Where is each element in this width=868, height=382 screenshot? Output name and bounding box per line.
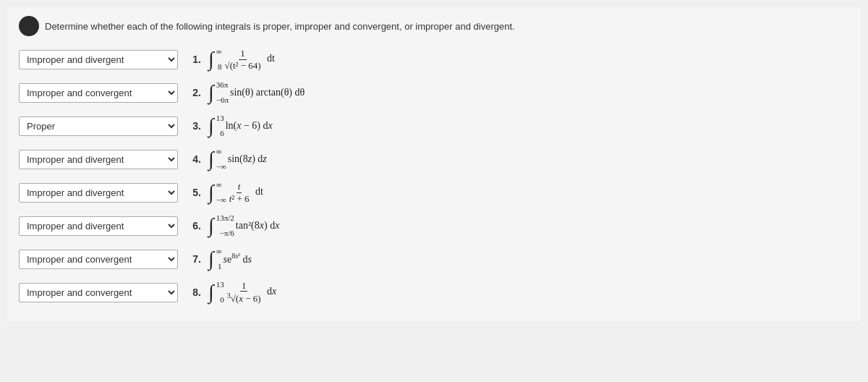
main-container: Determine whether each of the following …	[7, 7, 861, 321]
problem-number-1: 1.	[185, 54, 201, 65]
problem-number-8: 8.	[185, 286, 201, 298]
integral-symbol-2: ∫	[208, 82, 214, 103]
dropdown-wrapper-8: Proper Improper and convergent Improper …	[19, 283, 178, 302]
integral-symbol-3: ∫	[208, 116, 214, 136]
answer-select-6[interactable]: Proper Improper and convergent Improper …	[19, 216, 178, 236]
integral-symbol-4: ∫	[208, 149, 214, 169]
problem-number-4: 4.	[185, 153, 201, 165]
problem-number-5: 5.	[185, 187, 201, 198]
problem-number-7: 7.	[185, 253, 201, 265]
dropdown-wrapper-3: Proper Improper and convergent Improper …	[19, 116, 178, 136]
math-expr-1: ∫ ∞ 8 1 √(t² − 64) dt	[208, 46, 275, 72]
dropdown-wrapper-1: Proper Improper and convergent Improper …	[19, 50, 178, 69]
problem-row-6: Proper Improper and convergent Improper …	[19, 213, 849, 239]
math-expr-5: ∫ ∞ −∞ t t² + 6 dt	[208, 179, 263, 205]
answer-select-8[interactable]: Proper Improper and convergent Improper …	[19, 283, 178, 302]
integral-symbol-7: ∫	[208, 249, 214, 269]
answer-select-4[interactable]: Proper Improper and convergent Improper …	[19, 150, 178, 169]
problem-row-7: Proper Improper and convergent Improper …	[19, 246, 849, 272]
math-expr-4: ∫ ∞ −∞ sin(8z) dz	[208, 146, 267, 172]
integrand-6: tan²(8x) dx	[236, 218, 280, 233]
integrand-5: t t² + 6 dt	[228, 181, 263, 204]
problem-row-2: Proper Improper and convergent Improper …	[19, 80, 849, 106]
problem-row-4: Proper Improper and convergent Improper …	[19, 146, 849, 172]
answer-select-5[interactable]: Proper Improper and convergent Improper …	[19, 183, 178, 203]
answer-select-1[interactable]: Proper Improper and convergent Improper …	[19, 50, 178, 69]
dropdown-wrapper-5: Proper Improper and convergent Improper …	[19, 183, 178, 203]
limits-8: 13 0	[216, 279, 224, 305]
limits-1: ∞ 8	[216, 46, 222, 72]
problem-row-3: Proper Improper and convergent Improper …	[19, 113, 849, 139]
problem-number-3: 3.	[185, 120, 201, 132]
limits-5: ∞ −∞	[216, 179, 226, 205]
problem-row-8: Proper Improper and convergent Improper …	[19, 279, 849, 305]
problem-number-6: 6.	[185, 220, 201, 232]
instructions-bar: Determine whether each of the following …	[19, 16, 849, 36]
integrand-2: sin(θ) arctan(θ) dθ	[230, 85, 305, 100]
math-expr-8: ∫ 13 0 1 3√(x − 6) dx	[208, 279, 276, 305]
math-expr-3: ∫ 13 6 ln(x − 6) dx	[208, 113, 273, 139]
integral-symbol-6: ∫	[208, 216, 214, 236]
integrand-8: 1 3√(x − 6) dx	[226, 280, 276, 305]
dropdown-wrapper-4: Proper Improper and convergent Improper …	[19, 150, 178, 169]
circle-icon	[19, 16, 39, 36]
limits-7: ∞ 1	[216, 246, 222, 272]
answer-select-7[interactable]: Proper Improper and convergent Improper …	[19, 250, 178, 269]
answer-select-2[interactable]: Proper Improper and convergent Improper …	[19, 83, 178, 103]
instructions-text: Determine whether each of the following …	[45, 21, 515, 32]
problem-row-5: Proper Improper and convergent Improper …	[19, 179, 849, 205]
math-expr-6: ∫ 13π/2 −π/6 tan²(8x) dx	[208, 213, 279, 239]
limits-4: ∞ −∞	[216, 146, 226, 172]
dropdown-wrapper-6: Proper Improper and convergent Improper …	[19, 216, 178, 236]
integrand-4: sin(8z) dz	[228, 152, 267, 166]
integral-symbol-8: ∫	[208, 282, 214, 302]
limits-2: 36π −6π	[216, 80, 229, 106]
answer-select-3[interactable]: Proper Improper and convergent Improper …	[19, 116, 178, 136]
problem-row-1: Proper Improper and convergent Improper …	[19, 46, 849, 72]
integrand-3: ln(x − 6) dx	[226, 119, 273, 133]
math-expr-2: ∫ 36π −6π sin(θ) arctan(θ) dθ	[208, 80, 305, 106]
integrand-1: 1 √(t² − 64) dt	[224, 48, 275, 71]
integrand-7: se8s² ds	[224, 251, 252, 266]
integral-symbol-5: ∫	[208, 182, 214, 203]
dropdown-wrapper-2: Proper Improper and convergent Improper …	[19, 83, 178, 103]
limits-6: 13π/2 −π/6	[216, 213, 234, 239]
integral-symbol-1: ∫	[208, 49, 214, 69]
problem-number-2: 2.	[185, 87, 201, 98]
dropdown-wrapper-7: Proper Improper and convergent Improper …	[19, 250, 178, 269]
limits-3: 13 6	[216, 113, 224, 139]
math-expr-7: ∫ ∞ 1 se8s² ds	[208, 246, 252, 272]
